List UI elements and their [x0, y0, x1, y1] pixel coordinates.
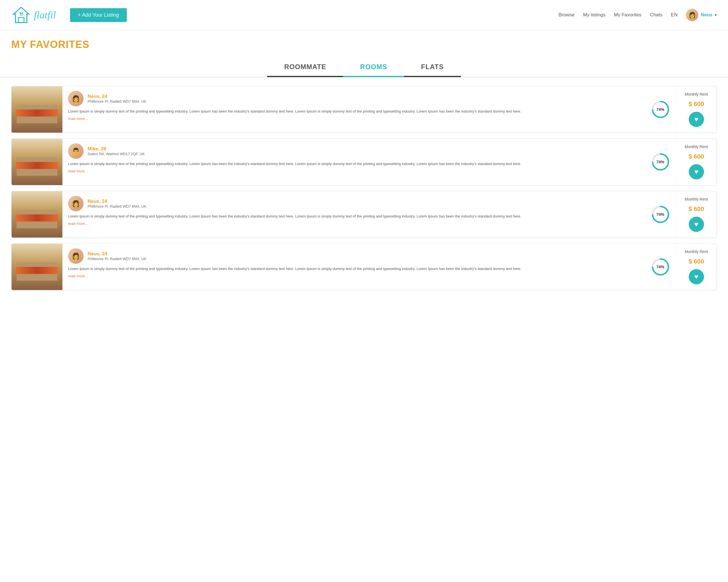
favorite-button[interactable]: ♥: [689, 112, 704, 127]
listing-user-name: Neus, 24: [87, 94, 146, 99]
match-circle: 74%: [651, 100, 670, 119]
listing-user-row: 👩 Neus, 24 Phillimore Pl, Radlett WD7 8N…: [68, 196, 639, 211]
monthly-rent-label: Monthly Rent: [685, 92, 708, 96]
bed-illustration: [11, 139, 62, 185]
listing-content: 👩 Neus, 24 Phillimore Pl, Radlett WD7 8N…: [62, 86, 645, 133]
match-circle-wrapper: 74%: [645, 86, 676, 133]
listing-right: Monthly Rent $ 600 ♥: [676, 139, 717, 185]
match-percent-label: 74%: [656, 212, 665, 217]
match-percent-label: 74%: [656, 160, 665, 164]
page-title: MY FAVORITES: [11, 39, 717, 51]
monthly-rent-label: Monthly Rent: [685, 144, 708, 149]
listing-user-info: Neus, 24 Phillimore Pl, Radlett WD7 8NH,…: [87, 199, 146, 209]
match-circle-wrapper: 74%: [645, 191, 676, 238]
svg-text:ff: ff: [20, 11, 23, 17]
favorite-button[interactable]: ♥: [689, 217, 704, 232]
monthly-rent-price: $ 600: [688, 101, 704, 108]
listing-description: Lorem Ipsum is simply dummy text of the …: [68, 109, 639, 114]
listing-image: [11, 244, 62, 290]
nav-browse[interactable]: Browse: [558, 12, 575, 18]
header: ff flatfil + Add Your Listing Browse My …: [0, 0, 728, 30]
listing-user-row: 👩 Neus, 24 Phillimore Pl, Radlett WD7 8N…: [68, 91, 639, 106]
match-circle-wrapper: 74%: [645, 244, 676, 290]
listing-image: [11, 139, 62, 185]
language-selector[interactable]: EN: [671, 12, 678, 18]
nav-my-favorites[interactable]: My Favorites: [614, 12, 641, 18]
nav-chats[interactable]: Chats: [650, 12, 662, 18]
logo-icon: ff: [11, 5, 31, 25]
nav: Browse My listings My Favorites Chats EN…: [558, 9, 717, 21]
listing-card: 👩 Neus, 24 Phillimore Pl, Radlett WD7 8N…: [11, 244, 717, 290]
bed-illustration: [11, 86, 62, 133]
monthly-rent-price: $ 600: [688, 153, 704, 160]
listing-card: 👩 Neus, 24 Phillimore Pl, Radlett WD7 8N…: [11, 86, 717, 133]
read-more-link[interactable]: read more...: [68, 274, 639, 278]
user-name: Neus: [701, 12, 712, 18]
listing-content: 👩 Neus, 24 Phillimore Pl, Radlett WD7 8N…: [62, 244, 645, 290]
listing-user-address: Sutton Rd, Watford WD17 2QF, UK: [87, 152, 145, 156]
favorite-button[interactable]: ♥: [689, 269, 704, 284]
tab-rooms[interactable]: ROOMS: [343, 59, 404, 77]
listing-user-address: Phillimore Pl, Radlett WD7 8NH, UK: [87, 257, 146, 261]
listing-user-address: Phillimore Pl, Radlett WD7 8NH, UK: [87, 204, 146, 209]
listings-section: 👩 Neus, 24 Phillimore Pl, Radlett WD7 8N…: [0, 78, 728, 299]
monthly-rent-label: Monthly Rent: [685, 197, 708, 201]
listing-content: 👨 Mike, 28 Sutton Rd, Watford WD17 2QF, …: [62, 139, 645, 185]
listing-description: Lorem Ipsum is simply dummy text of the …: [68, 266, 639, 272]
listing-user-info: Mike, 28 Sutton Rd, Watford WD17 2QF, UK: [87, 146, 145, 156]
listing-right: Monthly Rent $ 600 ♥: [676, 191, 717, 238]
listing-image: [11, 86, 62, 133]
listing-description: Lorem Ipsum is simply dummy text of the …: [68, 161, 639, 167]
chevron-down-icon: ▾: [715, 13, 717, 17]
listing-user-info: Neus, 24 Phillimore Pl, Radlett WD7 8NH,…: [87, 94, 146, 104]
listing-content: 👩 Neus, 24 Phillimore Pl, Radlett WD7 8N…: [62, 191, 645, 238]
match-circle-wrapper: 74%: [645, 139, 676, 185]
monthly-rent-price: $ 600: [688, 205, 704, 213]
tab-flats[interactable]: FLATS: [404, 59, 461, 77]
favorite-button[interactable]: ♥: [689, 164, 704, 179]
listing-user-info: Neus, 24 Phillimore Pl, Radlett WD7 8NH,…: [87, 251, 146, 261]
logo-text: flatfil: [34, 9, 56, 21]
avatar: 👩: [686, 9, 698, 21]
match-percent-label: 74%: [656, 107, 665, 112]
add-listing-button[interactable]: + Add Your Listing: [70, 8, 127, 22]
match-percent-label: 74%: [656, 265, 665, 269]
bed-illustration: [11, 244, 62, 290]
tab-roommate[interactable]: ROOMMATE: [267, 59, 343, 77]
tabs: ROOMMATE ROOMS FLATS: [0, 53, 728, 78]
match-circle: 74%: [651, 204, 670, 224]
listing-user-name: Mike, 28: [87, 146, 145, 152]
listing-card: 👩 Neus, 24 Phillimore Pl, Radlett WD7 8N…: [11, 191, 717, 238]
listing-user-address: Phillimore Pl, Radlett WD7 8NH, UK: [87, 99, 146, 104]
read-more-link[interactable]: read more...: [68, 221, 639, 226]
avatar: 👩: [68, 91, 84, 106]
user-menu[interactable]: 👩 Neus ▾: [686, 9, 717, 21]
listing-user-name: Neus, 24: [87, 251, 146, 257]
bed-illustration: [11, 191, 62, 238]
listing-user-row: 👨 Mike, 28 Sutton Rd, Watford WD17 2QF, …: [68, 143, 639, 159]
nav-my-listings[interactable]: My listings: [583, 12, 605, 18]
match-circle: 74%: [651, 257, 670, 277]
listing-card: 👨 Mike, 28 Sutton Rd, Watford WD17 2QF, …: [11, 139, 717, 185]
read-more-link[interactable]: read more...: [68, 116, 639, 121]
listing-description: Lorem Ipsum is simply dummy text of the …: [68, 214, 639, 219]
monthly-rent-label: Monthly Rent: [685, 249, 708, 254]
logo[interactable]: ff flatfil: [11, 5, 56, 25]
page-title-section: MY FAVORITES: [0, 30, 728, 53]
avatar: 👩: [68, 196, 84, 211]
listing-user-name: Neus, 24: [87, 199, 146, 204]
monthly-rent-price: $ 600: [688, 258, 704, 265]
listing-user-row: 👩 Neus, 24 Phillimore Pl, Radlett WD7 8N…: [68, 248, 639, 264]
listing-right: Monthly Rent $ 600 ♥: [676, 86, 717, 133]
read-more-link[interactable]: read more...: [68, 169, 639, 173]
avatar: 👩: [68, 248, 84, 264]
match-circle: 74%: [651, 152, 670, 172]
avatar: 👨: [68, 143, 84, 159]
listing-image: [11, 191, 62, 238]
listing-right: Monthly Rent $ 600 ♥: [676, 244, 717, 290]
